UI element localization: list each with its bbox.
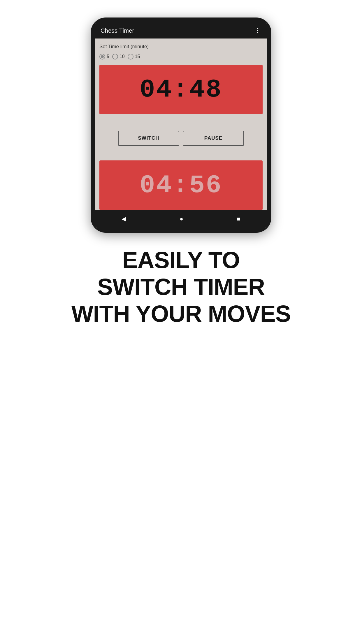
radio-option-15[interactable]: 15 bbox=[128, 54, 140, 60]
title-bar: Chess Timer ⋮ bbox=[95, 23, 267, 38]
timer-top-display: 04:48 bbox=[140, 75, 222, 104]
radio-option-10[interactable]: 10 bbox=[112, 54, 125, 60]
radio-label-10: 10 bbox=[120, 54, 125, 59]
radio-circle-10[interactable] bbox=[112, 54, 118, 60]
controls-row: SWITCH PAUSE bbox=[99, 131, 263, 146]
time-limit-label: Set Time limit (minute) bbox=[99, 44, 263, 50]
phone-screen: Chess Timer ⋮ Set Time limit (minute) 5 … bbox=[95, 23, 267, 228]
timer-top[interactable]: 04:48 bbox=[99, 65, 263, 114]
pause-button[interactable]: PAUSE bbox=[183, 131, 244, 146]
radio-label-15: 15 bbox=[135, 54, 140, 59]
timer-bottom-display: 04:56 bbox=[140, 171, 222, 200]
radio-circle-5[interactable] bbox=[99, 54, 105, 60]
radio-label-5: 5 bbox=[107, 54, 109, 59]
home-nav-icon[interactable]: ● bbox=[180, 216, 183, 222]
radio-circle-15[interactable] bbox=[128, 54, 133, 60]
recents-nav-icon[interactable]: ■ bbox=[237, 216, 240, 222]
radio-option-5[interactable]: 5 bbox=[99, 54, 109, 60]
nav-bar: ◀ ● ■ bbox=[95, 210, 267, 228]
tagline: EASILY TO SWITCH TIMER WITH YOUR MOVES bbox=[60, 247, 302, 345]
radio-group: 5 10 15 bbox=[99, 54, 263, 60]
middle-area: SWITCH PAUSE bbox=[99, 119, 263, 158]
back-nav-icon[interactable]: ◀ bbox=[122, 215, 126, 222]
switch-button[interactable]: SWITCH bbox=[118, 131, 179, 146]
app-title: Chess Timer bbox=[101, 27, 134, 34]
overflow-menu-icon[interactable]: ⋮ bbox=[254, 27, 261, 34]
phone-shell: Chess Timer ⋮ Set Time limit (minute) 5 … bbox=[91, 18, 271, 233]
timer-bottom[interactable]: 04:56 bbox=[99, 160, 263, 210]
tagline-line1: EASILY TO bbox=[71, 247, 291, 274]
tagline-line3: WITH YOUR MOVES bbox=[71, 300, 291, 327]
app-content: Set Time limit (minute) 5 10 15 04:48 bbox=[95, 38, 267, 210]
tagline-line2: SWITCH TIMER bbox=[71, 274, 291, 300]
